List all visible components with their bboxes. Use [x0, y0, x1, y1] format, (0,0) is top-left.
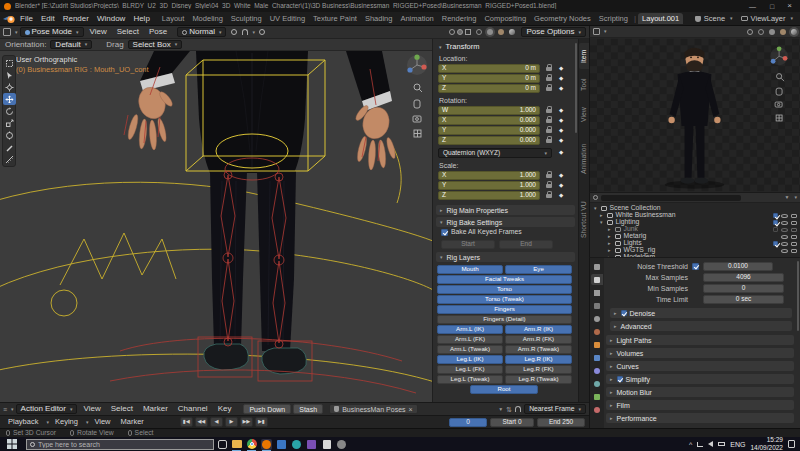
outliner-row-lighting[interactable]: ▾ Lighting: [590, 219, 800, 226]
tray-chevron-icon[interactable]: ^: [689, 441, 692, 448]
lock-icon[interactable]: [546, 139, 552, 143]
hide-eye-icon[interactable]: [781, 242, 788, 246]
sidebar-scrollbar[interactable]: [575, 43, 577, 133]
bake-start-field[interactable]: Start: [441, 240, 495, 249]
location-z-field[interactable]: Z0 m: [438, 84, 540, 93]
shading-rendered-icon[interactable]: [509, 29, 515, 35]
rig-layer-arm-l-fk[interactable]: Arm.L (FK): [437, 335, 503, 344]
marker-menu[interactable]: Marker: [117, 418, 148, 426]
time-limit-field[interactable]: 0 sec: [703, 295, 784, 304]
file-explorer-icon[interactable]: [231, 439, 242, 450]
keyframe-decorator[interactable]: ◆: [559, 66, 563, 72]
pose-options-dropdown[interactable]: Pose Options ▾: [521, 27, 586, 37]
workspace-tab-modeling[interactable]: Modeling: [188, 13, 226, 25]
tool-select-box[interactable]: [3, 57, 16, 69]
orientation-dropdown[interactable]: Default▾: [50, 40, 92, 49]
tool-move[interactable]: [3, 93, 16, 105]
rig-layer-leg-l-fk[interactable]: Leg.L (FK): [437, 365, 503, 374]
properties-tab-output[interactable]: [591, 287, 603, 298]
exclude-checkbox[interactable]: [773, 227, 778, 232]
menu-render[interactable]: Render: [59, 15, 93, 23]
rig-layer-leg-r-ik[interactable]: Leg.R (IK): [505, 355, 572, 364]
tool-transform[interactable]: [3, 129, 16, 141]
rig-layer-leg-r-tweak[interactable]: Leg.R (Tweak): [505, 375, 572, 384]
push-down-button[interactable]: Push Down: [243, 404, 291, 414]
show-gizmo-icon[interactable]: [449, 29, 455, 35]
rig-layer-eye[interactable]: Eye: [505, 265, 572, 274]
rig-layers-header[interactable]: ▾Rig Layers: [436, 252, 575, 262]
rig-layer-arm-l-ik[interactable]: Arm.L (IK): [437, 325, 503, 334]
properties-tab-material[interactable]: [591, 404, 603, 415]
jump-to-start-button[interactable]: ▮◀: [180, 417, 193, 427]
properties-tab-tool[interactable]: [591, 261, 603, 272]
rig-layer-fingers[interactable]: Fingers: [437, 305, 572, 314]
panel-curves[interactable]: ▸Curves: [606, 361, 794, 371]
bake-end-field[interactable]: End: [499, 240, 553, 249]
frame-end-field[interactable]: End 250: [537, 418, 585, 427]
hide-eye-icon[interactable]: [781, 249, 788, 253]
fake-user-shield-icon[interactable]: [334, 406, 339, 412]
lock-icon[interactable]: [546, 119, 552, 123]
shading-material-icon[interactable]: [498, 29, 504, 35]
rig-layer-torso[interactable]: Torso: [437, 285, 572, 294]
search-input[interactable]: [38, 441, 210, 448]
keyframe-decorator[interactable]: ◆: [559, 76, 563, 82]
snap-magnet-icon[interactable]: [242, 29, 248, 35]
keyframe-decorator[interactable]: ◆: [559, 118, 563, 124]
render-camera-icon[interactable]: [791, 235, 797, 239]
view-menu[interactable]: View: [90, 418, 114, 426]
preview-viewport-canvas[interactable]: [589, 38, 800, 192]
properties-scrollbar[interactable]: [797, 261, 799, 331]
rotation-mode-dropdown[interactable]: Quaternion (WXYZ)▾: [438, 148, 552, 158]
render-camera-icon[interactable]: [791, 214, 797, 218]
task-view-icon[interactable]: [218, 440, 227, 449]
frame-start-field[interactable]: Start 0: [490, 418, 534, 427]
menu-key[interactable]: Key: [214, 405, 236, 413]
render-camera-icon[interactable]: [791, 221, 797, 225]
jump-to-end-button[interactable]: ▶▮: [255, 417, 268, 427]
rig-layer-leg-l-ik[interactable]: Leg.L (IK): [437, 355, 503, 364]
rig-layer-torso-tweak[interactable]: Torso (Tweak): [437, 295, 572, 304]
shading-material-icon[interactable]: [780, 29, 786, 35]
tool-3d-cursor[interactable]: [3, 81, 16, 93]
lock-icon[interactable]: [546, 77, 552, 81]
workspace-tab-layout[interactable]: Layout: [158, 13, 189, 25]
tray-battery-icon[interactable]: [718, 442, 725, 446]
unlink-action-icon[interactable]: ×: [409, 406, 413, 413]
editor-type-icon[interactable]: [3, 28, 11, 36]
xray-toggle-icon[interactable]: [465, 29, 471, 35]
rig-layer-arm-r-ik[interactable]: Arm.R (IK): [505, 325, 572, 334]
tray-network-icon[interactable]: [697, 442, 703, 447]
editor-type-icon[interactable]: [593, 28, 600, 35]
shading-wireframe-icon[interactable]: [476, 29, 482, 35]
lock-icon[interactable]: [546, 174, 552, 178]
shading-solid-icon[interactable]: [769, 29, 775, 35]
panel-denoise[interactable]: ▸Denoise: [610, 308, 792, 318]
dopesheet-mode-dropdown[interactable]: Action Editor▾: [16, 404, 78, 414]
viewport-canvas[interactable]: [0, 51, 432, 402]
viewport-nav-gizmo[interactable]: [404, 54, 430, 146]
rotation-x-field[interactable]: X0.000: [438, 116, 540, 125]
workspace-tab-texturepaint[interactable]: Texture Paint: [309, 13, 361, 25]
rig-main-properties-header[interactable]: ▸Rig Main Properties: [436, 205, 575, 215]
properties-tab-world[interactable]: [591, 326, 603, 337]
min-samples-field[interactable]: 0: [703, 284, 784, 293]
shading-wireframe-icon[interactable]: [758, 29, 764, 35]
language-indicator[interactable]: ENG: [730, 441, 745, 448]
shading-rendered-icon[interactable]: [791, 29, 797, 35]
menu-help[interactable]: Help: [129, 15, 153, 23]
outliner-search-field[interactable]: [601, 195, 741, 201]
app-icon-purple[interactable]: [306, 439, 317, 450]
rotation-z-field[interactable]: Z0.000: [438, 136, 540, 145]
properties-tab-modifiers[interactable]: [591, 352, 603, 363]
panel-simplify[interactable]: ▸Simplify: [606, 374, 794, 384]
location-y-field[interactable]: Y0 m: [438, 74, 540, 83]
lock-icon[interactable]: [546, 67, 552, 71]
noise-threshold-checkbox[interactable]: [692, 263, 699, 270]
drag-tool-dropdown[interactable]: Select Box▾: [128, 40, 183, 49]
lock-icon[interactable]: [546, 109, 552, 113]
keyframe-decorator[interactable]: ◆: [559, 150, 563, 156]
panel-light-paths[interactable]: ▸Light Paths: [606, 335, 794, 345]
chrome-icon[interactable]: [246, 439, 257, 450]
rig-layer-mouth[interactable]: Mouth: [437, 265, 503, 274]
